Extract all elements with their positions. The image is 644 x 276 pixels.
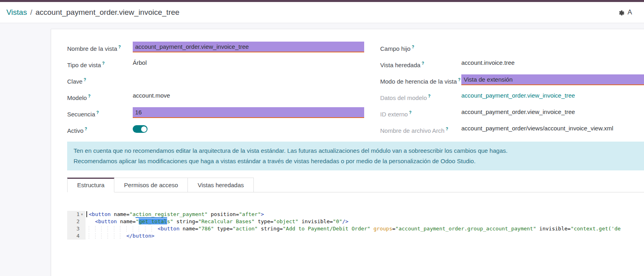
help-icon[interactable]: ? <box>96 110 99 115</box>
field-row-model: Modelo?account.move <box>67 88 365 105</box>
field-label-view-name: Nombre de la vista? <box>67 39 133 53</box>
field-label-external-id: ID externo? <box>380 105 461 118</box>
field-value-view-type: Árbol <box>133 56 365 66</box>
field-value-child-field <box>461 39 644 42</box>
code-line-content[interactable]: <button name="786" type="action" string=… <box>86 225 644 232</box>
field-value-inherited-view: account.invoice.tree <box>461 56 644 66</box>
code-line-content[interactable]: <button name="get_totals" string="Recalc… <box>86 218 644 225</box>
breadcrumb-separator: / <box>30 8 32 16</box>
field-value-arch-filename: account_payment_order/views/account_invo… <box>461 121 644 132</box>
help-icon[interactable]: ? <box>85 127 87 131</box>
field-label-arch-filename: Nombre de archivo Arch? <box>380 121 461 135</box>
info-banner-line-2: Recomendamos aplicar las modificaciones … <box>74 156 638 166</box>
sequence-input[interactable]: 16 <box>133 107 364 118</box>
field-value-view-name: account_payment_order.view_invoice_tree <box>133 39 365 52</box>
inherit-mode-input[interactable]: Vista de extensión <box>461 74 644 85</box>
tab-permisos-de-acceso[interactable]: Permisos de acceso <box>114 178 188 192</box>
view-name-input[interactable]: account_payment_order.view_invoice_tree <box>133 42 364 52</box>
line-number: 3 <box>67 225 86 232</box>
breadcrumb-vistas-link[interactable]: Vistas <box>6 8 27 16</box>
field-value-inherit-mode: Vista de extensión <box>461 72 644 85</box>
view-type-text: Árbol <box>133 58 147 66</box>
gear-icon[interactable] <box>618 9 625 16</box>
inherited-view-text: account.invoice.tree <box>461 58 514 66</box>
field-label-view-type: Tipo de vista? <box>67 56 133 69</box>
indent-guides <box>89 232 126 240</box>
field-row-arch-filename: Nombre de archivo Arch?account_payment_o… <box>380 121 644 138</box>
code-line-3[interactable]: 3<button name="786" type="action" string… <box>67 225 644 232</box>
info-banner: Ten en cuenta que no recomendamos editar… <box>67 142 644 170</box>
help-icon[interactable]: ? <box>428 94 431 98</box>
breadcrumb-record: account_payment_order.view_invoice_tree <box>36 8 179 16</box>
field-value-model: account.move <box>133 88 365 99</box>
code-editor[interactable]: 1▾<button name="action_register_payment"… <box>67 211 644 240</box>
code-line-1[interactable]: 1▾<button name="action_register_payment"… <box>67 211 644 218</box>
notebook-tabs: EstructuraPermisos de accesoVistas hered… <box>67 178 644 192</box>
field-label-inherited-view: Vista heredada? <box>380 56 461 69</box>
form-fields: Nombre de la vista?account_payment_order… <box>67 39 644 138</box>
fold-icon[interactable]: ▾ <box>80 211 84 218</box>
field-label-child-field: Campo hijo? <box>380 39 461 53</box>
code-line-content[interactable]: <button name="action_register_payment" p… <box>86 211 644 218</box>
field-label-model: Modelo? <box>67 88 133 102</box>
tab-vistas-heredadas[interactable]: Vistas heredadas <box>188 178 254 192</box>
field-label-model-data: Datos del modelo? <box>380 88 461 102</box>
help-icon[interactable]: ? <box>422 61 424 66</box>
field-value-key <box>133 72 365 74</box>
form-sheet: Nombre de la vista?account_payment_order… <box>51 29 644 276</box>
model-data-link[interactable]: account_payment_order.view_invoice_tree <box>461 91 575 99</box>
field-label-key: Clave? <box>67 72 133 86</box>
external-id-text: account_payment_order.view_invoice_tree <box>461 107 575 115</box>
breadcrumb: Vistas/account_payment_order.view_invoic… <box>6 8 179 17</box>
tab-estructura[interactable]: Estructura <box>67 178 114 192</box>
field-value-model-data: account_payment_order.view_invoice_tree <box>461 88 644 99</box>
breadcrumb-bar: Vistas/account_payment_order.view_invoic… <box>0 2 644 23</box>
help-icon[interactable]: ? <box>412 45 414 49</box>
help-icon[interactable]: ? <box>88 94 90 98</box>
help-icon[interactable]: ? <box>409 110 411 115</box>
field-label-inherit-mode: Modo de herencia de la vista? <box>380 72 461 86</box>
help-icon[interactable]: ? <box>446 127 448 131</box>
indent-guides <box>89 218 95 225</box>
field-row-sequence: Secuencia?16 <box>67 105 365 121</box>
field-row-external-id: ID externo?account_payment_order.view_in… <box>380 105 644 121</box>
code-line-2[interactable]: 2<button name="get_totals" string="Recal… <box>67 218 644 225</box>
field-row-key: Clave? <box>67 72 365 88</box>
field-row-active: Activo? <box>67 121 365 138</box>
line-number: 2 <box>67 218 86 225</box>
field-row-view-type: Tipo de vista?Árbol <box>67 56 365 72</box>
field-row-view-name: Nombre de la vista?account_payment_order… <box>67 39 365 56</box>
form-column-left: Nombre de la vista?account_payment_order… <box>67 39 365 138</box>
field-row-child-field: Campo hijo? <box>380 39 644 56</box>
code-line-content[interactable]: </button> <box>86 232 644 240</box>
field-row-model-data: Datos del modelo?account_payment_order.v… <box>380 88 644 105</box>
help-icon[interactable]: ? <box>102 61 105 66</box>
field-value-sequence: 16 <box>133 105 365 118</box>
field-value-external-id: account_payment_order.view_invoice_tree <box>461 105 644 115</box>
field-label-sequence: Secuencia? <box>67 105 133 118</box>
indent-guides <box>89 225 158 232</box>
line-number: 4 <box>67 232 86 240</box>
help-icon[interactable]: ? <box>84 78 86 82</box>
help-icon[interactable]: ? <box>458 78 461 82</box>
field-value-active <box>133 121 365 133</box>
field-label-active: Activo? <box>67 121 133 135</box>
actions-menu-label[interactable]: A <box>628 8 632 16</box>
form-column-right: Campo hijo?Vista heredada?account.invoic… <box>380 39 644 138</box>
arch-filename-text: account_payment_order/views/account_invo… <box>461 124 613 132</box>
model-text: account.move <box>133 91 170 99</box>
code-line-4[interactable]: 4</button> <box>67 232 644 240</box>
help-icon[interactable]: ? <box>118 45 121 49</box>
info-banner-line-1: Ten en cuenta que no recomendamos editar… <box>74 146 638 156</box>
field-row-inherit-mode: Modo de herencia de la vista?Vista de ex… <box>380 72 644 88</box>
page-background: Nombre de la vista?account_payment_order… <box>0 23 644 276</box>
actions-menu[interactable]: A <box>618 2 632 23</box>
active-toggle[interactable] <box>133 125 148 133</box>
line-number: 1▾ <box>67 211 86 218</box>
field-row-inherited-view: Vista heredada?account.invoice.tree <box>380 56 644 72</box>
